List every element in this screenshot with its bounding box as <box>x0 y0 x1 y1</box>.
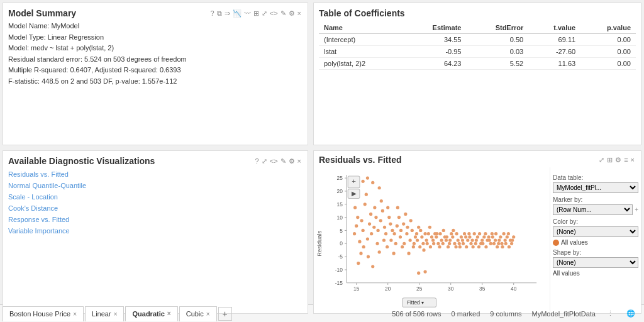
gear-icon[interactable]: ⚙ <box>287 9 296 18</box>
diagnostic-link[interactable]: Cook's Distance <box>8 203 303 214</box>
marker-by-select[interactable]: (Row Num... <box>553 204 633 215</box>
svg-point-88 <box>415 232 418 235</box>
res-table-icon[interactable]: ⊞ <box>606 156 614 164</box>
diagnostic-link[interactable]: Normal Quantile-Quantile <box>8 180 303 191</box>
tab-quadratic-label: Quadratic <box>132 310 164 318</box>
model-summary-title: Model Summary <box>8 8 209 18</box>
svg-point-34 <box>353 206 357 209</box>
tab-cubic[interactable]: Cubic × <box>179 306 217 321</box>
svg-text:40: 40 <box>511 286 517 292</box>
pencil-icon[interactable]: ✎ <box>279 9 287 18</box>
svg-point-114 <box>442 229 445 232</box>
svg-text:5: 5 <box>340 228 343 234</box>
svg-point-130 <box>461 238 464 242</box>
main-layout: Model Summary ? ⧉ ⇒ 📉 〰 ⊞ ⤢ <> ✎ ⚙ × Mod… <box>0 0 644 304</box>
res-list-icon[interactable]: ≡ <box>623 156 629 164</box>
copy-icon[interactable]: ⧉ <box>216 9 223 18</box>
svg-point-172 <box>507 232 510 235</box>
svg-point-57 <box>380 199 383 203</box>
svg-point-163 <box>497 242 500 245</box>
svg-point-178 <box>362 180 365 183</box>
f-statistic: F-statistic: 448.5 on 2 and 503 DF, p-va… <box>8 76 303 87</box>
tab-cubic-close-icon[interactable]: × <box>206 311 210 318</box>
res-expand-icon[interactable]: ⤢ <box>597 156 606 164</box>
diag-pencil-icon[interactable]: ✎ <box>279 157 287 165</box>
marker-by-row: (Row Num... + <box>553 204 638 215</box>
svg-point-76 <box>402 222 405 225</box>
diagnostic-link[interactable]: Variable Importance <box>8 225 303 236</box>
diag-close-icon[interactable]: × <box>296 157 303 165</box>
diag-gear-icon[interactable]: ⚙ <box>287 157 296 165</box>
y-axis-label: Residuals <box>317 230 323 256</box>
svg-point-40 <box>364 203 367 206</box>
svg-point-132 <box>462 242 465 245</box>
diag-code-icon[interactable]: <> <box>269 157 279 165</box>
svg-point-168 <box>501 245 504 248</box>
status-dots-icon[interactable]: ⋮ <box>606 309 615 318</box>
diagnostic-link[interactable]: Residuals vs. Fitted <box>8 169 303 180</box>
svg-point-149 <box>482 235 486 238</box>
svg-point-67 <box>392 252 395 255</box>
svg-point-100 <box>428 226 431 229</box>
svg-point-38 <box>362 229 365 232</box>
model-type: Model Type: Linear Regression <box>8 32 303 43</box>
svg-point-169 <box>504 238 507 242</box>
svg-text:25: 25 <box>416 286 423 292</box>
svg-point-73 <box>399 235 402 238</box>
wave-icon[interactable]: 〰 <box>243 9 252 17</box>
tab-cubic-label: Cubic <box>186 310 204 318</box>
status-globe-icon[interactable]: 🌐 <box>625 309 636 318</box>
svg-point-53 <box>378 250 381 253</box>
res-gear-icon[interactable]: ⚙ <box>614 156 623 164</box>
svg-point-93 <box>419 229 422 232</box>
tab-quadratic[interactable]: Quadratic × <box>125 306 177 321</box>
diag-help-icon[interactable]: ? <box>254 157 260 165</box>
svg-point-41 <box>365 193 368 196</box>
tab-quadratic-close-icon[interactable]: × <box>167 310 171 317</box>
svg-point-37 <box>357 262 360 265</box>
svg-point-70 <box>396 225 399 228</box>
color-by-select[interactable]: (None) <box>553 226 638 237</box>
col-estimate: Estimate <box>403 22 467 34</box>
diag-expand-icon[interactable]: ⤢ <box>260 157 269 165</box>
diagnostic-link[interactable]: Response vs. Fitted <box>8 214 303 225</box>
table-icon[interactable]: ⊞ <box>252 9 260 18</box>
svg-point-159 <box>491 235 494 238</box>
shape-all-values-row: All values <box>553 270 638 277</box>
residuals-header: Residuals vs. Fitted ⤢ ⊞ ⚙ ≡ × <box>314 151 641 165</box>
tab-boston-close-icon[interactable]: × <box>73 311 77 318</box>
svg-point-155 <box>489 242 492 245</box>
residuals-inner: Residuals 25 20 15 10 5 <box>314 167 641 313</box>
res-close-icon[interactable]: × <box>630 156 636 164</box>
expand-icon[interactable]: ⤢ <box>260 9 269 18</box>
svg-point-87 <box>413 242 416 245</box>
shape-by-select[interactable]: (None) <box>553 257 638 268</box>
help-icon[interactable]: ? <box>209 9 216 17</box>
svg-point-80 <box>407 252 410 255</box>
svg-point-91 <box>418 245 421 248</box>
tab-linear-close-icon[interactable]: × <box>114 311 118 318</box>
svg-point-75 <box>399 229 402 232</box>
export-icon[interactable]: ⇒ <box>223 9 231 18</box>
code-icon[interactable]: <> <box>269 9 279 17</box>
svg-point-94 <box>421 242 425 245</box>
svg-point-112 <box>441 242 445 245</box>
close-icon[interactable]: × <box>296 9 303 17</box>
svg-point-179 <box>366 177 369 180</box>
svg-point-116 <box>447 245 450 248</box>
table-row: lstat-0.950.03-27.600.00 <box>319 46 636 58</box>
diagnostic-link[interactable]: Scale - Location <box>8 191 303 203</box>
marker-plus-icon[interactable]: + <box>635 206 638 213</box>
tab-linear[interactable]: Linear × <box>85 306 124 321</box>
svg-point-154 <box>487 235 491 238</box>
svg-point-82 <box>409 238 412 242</box>
col-name: Name <box>319 22 403 34</box>
svg-point-98 <box>427 232 430 235</box>
svg-text:20: 20 <box>337 188 343 194</box>
data-table-select[interactable]: MyModel_fitPl... <box>553 182 638 193</box>
svg-point-138 <box>468 235 471 238</box>
chart-icon[interactable]: 📉 <box>231 9 243 18</box>
tab-boston-house-price[interactable]: Boston House Price × <box>3 306 84 321</box>
add-tab-button[interactable]: + <box>218 307 232 321</box>
svg-point-86 <box>414 235 417 238</box>
